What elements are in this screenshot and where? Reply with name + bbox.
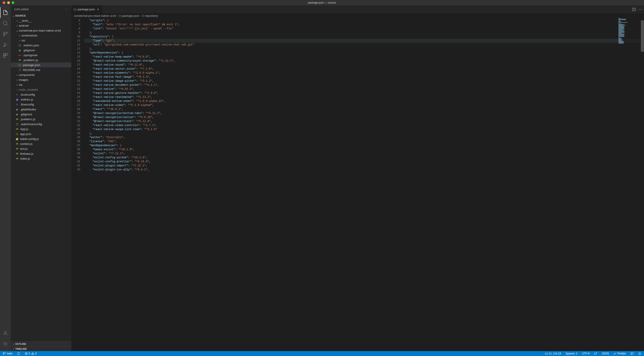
activity-accounts[interactable] (0, 328, 11, 339)
code-line[interactable]: }, (84, 31, 644, 35)
code-editor[interactable]: 6789101112131415161718192021222324252627… (71, 18, 644, 351)
code-content[interactable]: "scripts": { "test": "echo \"Error: no t… (84, 18, 644, 351)
code-line[interactable]: "eslint-config-prettier": "^6.15.0", (84, 160, 644, 164)
file-item[interactable]: ⓘREADME.md (11, 67, 71, 72)
code-line[interactable]: "react-native-image-picker": "^3.1.1", (84, 79, 644, 83)
file-item[interactable]: { }.watchmanconfig (11, 122, 71, 127)
activity-extensions[interactable] (0, 50, 11, 61)
split-editor-icon[interactable] (632, 7, 636, 11)
file-item[interactable]: JSfirebase.js (11, 151, 71, 156)
activity-explorer[interactable] (0, 7, 11, 18)
code-line[interactable]: "@react-navigation/native": "^5.8.10", (84, 115, 644, 119)
activity-settings[interactable] (0, 339, 11, 349)
code-line[interactable]: "@react-native-community/async-storage":… (84, 59, 644, 63)
file-item[interactable]: ≡.flowconfig (11, 102, 71, 107)
tab-close-icon[interactable]: × (96, 7, 100, 11)
status-cursor[interactable]: Ln 11, Col 19 (544, 352, 562, 355)
file-item[interactable]: ◉.eslintrc.js (11, 97, 71, 102)
status-bell[interactable] (637, 352, 642, 355)
code-line[interactable]: "react-native-video": "^5.1.0-alpha8", (84, 103, 644, 107)
code-line[interactable]: "url": "git+github.com:cometchat-pro/rea… (84, 43, 644, 47)
status-branch[interactable]: main (2, 352, 14, 355)
tab-active[interactable]: { } package.json × (71, 5, 102, 13)
file-item[interactable]: ◆.gitignore (11, 48, 71, 53)
sidebar-more-icon[interactable]: ⋯ (65, 8, 68, 11)
folder-item[interactable]: ›src (11, 38, 71, 43)
code-line[interactable]: "react-native-document-picker": "^4.1.1"… (84, 83, 644, 87)
activity-search[interactable] (0, 18, 11, 29)
code-line[interactable]: "@react-navigation/stack": "^5.12.8", (84, 119, 644, 123)
code-line[interactable]: "devDependencies": { (84, 144, 644, 148)
outline-section[interactable]: › OUTLINE (11, 341, 71, 346)
breadcrumb-item[interactable]: cometchat-pro-react-native-ui-kit (74, 14, 116, 17)
code-line[interactable]: "react-native-keep-awake": "^4.0.0", (84, 55, 644, 59)
sidebar-root-folder[interactable]: ⌄ SOURCE (11, 13, 71, 18)
status-language[interactable]: JSON (601, 352, 610, 355)
code-line[interactable]: "react-native-elements": "^3.0.0-alpha.1… (84, 71, 644, 75)
code-line[interactable]: "react-native-fast-image": "^8.3.4", (84, 75, 644, 79)
file-item[interactable]: JSindex.js (11, 156, 71, 161)
status-problems[interactable]: 0 0 (24, 352, 38, 355)
code-line[interactable]: "scripts": { (84, 18, 644, 23)
code-line[interactable]: "@react-navigation/bottom-tabs": "^5.11.… (84, 111, 644, 115)
folder-item[interactable]: ›screenshots (11, 33, 71, 38)
folder-item[interactable]: ›android (11, 23, 71, 28)
scrollbar-thumb[interactable] (641, 20, 644, 52)
file-item[interactable]: ◆.gitignore (11, 112, 71, 117)
file-item[interactable]: { }app.json (11, 131, 71, 136)
code-line[interactable]: "peerDependencies": { (84, 51, 644, 55)
file-item[interactable]: JS.prettierrc.js (11, 117, 71, 122)
status-prettier[interactable]: Prettier (612, 352, 627, 355)
status-indent[interactable]: Spaces: 2 (564, 352, 578, 355)
status-feedback[interactable] (630, 352, 634, 355)
folder-item[interactable]: ›images (11, 77, 71, 82)
status-eol[interactable]: LF (593, 352, 598, 355)
code-line[interactable]: "react-native-vector-icons": "^7.1.0", (84, 67, 644, 71)
code-line[interactable]: "author": "Inscripts", (84, 136, 644, 140)
window-minimize[interactable] (7, 1, 10, 4)
file-item[interactable]: { }.eslintrc.json (11, 43, 71, 48)
code-line[interactable]: "eslint-plugin-jsx-a11y": "^6.4.1", (84, 168, 644, 172)
code-line[interactable]: "babel-eslint": "^10.1.0", (84, 148, 644, 152)
timeline-section[interactable]: › TIMELINE (11, 346, 71, 351)
code-line[interactable]: "react-native-reanimated": "^1.13.2", (84, 95, 644, 99)
file-item[interactable]: JScontext.js (11, 141, 71, 146)
code-line[interactable]: "react-native-sound": "^0.11.0", (84, 63, 644, 67)
activity-source-control[interactable] (0, 29, 11, 39)
code-line[interactable]: "test": "echo \"Error: no test specified… (84, 23, 644, 27)
scrollbar-track[interactable] (641, 18, 644, 351)
code-line[interactable]: "eslint": "^7.12.1", (84, 152, 644, 156)
file-item[interactable]: ≡.buckconfig (11, 92, 71, 97)
window-maximize[interactable] (12, 1, 14, 4)
code-line[interactable]: "eslint-config-airbnb": "^18.2.0", (84, 156, 644, 160)
status-sync[interactable] (16, 352, 21, 355)
code-line[interactable]: }, (84, 131, 644, 136)
file-item[interactable]: JS.prettierrc.js (11, 57, 71, 62)
file-item[interactable]: JSenv.js (11, 146, 71, 151)
code-line[interactable]: "react-native-swipe-list-view": "^3.2.8" (84, 127, 644, 131)
code-line[interactable]: }, (84, 47, 644, 51)
folder-item[interactable]: ›ios (11, 82, 71, 87)
breadcrumb-item[interactable]: package.json (122, 14, 139, 17)
folder-item[interactable]: ›__tests__ (11, 18, 71, 23)
code-line[interactable]: "type": "git", (84, 39, 644, 43)
code-line[interactable]: "react-native": "^0.63.3", (84, 87, 644, 91)
file-tree[interactable]: ›__tests__›android⌄cometchat-pro-react-n… (11, 18, 71, 341)
folder-item[interactable]: ›components (11, 72, 71, 77)
window-close[interactable] (3, 1, 6, 4)
code-line[interactable]: "repository": { (84, 35, 644, 39)
code-line[interactable]: "react": "^16.0.1", (84, 107, 644, 111)
code-line[interactable]: "reanimated-bottom-sheet": "^1.0.0-alpha… (84, 99, 644, 103)
file-item[interactable]: ▣babel.config.js (11, 136, 71, 141)
file-item[interactable]: npm.npmignore (11, 53, 71, 57)
breadcrumbs[interactable]: cometchat-pro-react-native-ui-kit › { } … (71, 13, 644, 18)
file-item[interactable]: { }package.json (11, 62, 71, 67)
file-item[interactable]: ◆.gitattributes (11, 107, 71, 112)
minimap[interactable]: ████████████████████████████████████████… (618, 18, 641, 351)
code-line[interactable]: "lint": "eslint 'src/**/*.{js,jsx}' --qu… (84, 27, 644, 31)
more-actions-icon[interactable]: ⋯ (639, 7, 642, 11)
folder-item[interactable]: ⌄cometchat-pro-react-native-ui-kit (11, 28, 71, 33)
code-line[interactable]: "license": "ISC", (84, 140, 644, 144)
folder-item[interactable]: ›node_modules (11, 87, 71, 92)
breadcrumb-item[interactable]: repository (145, 14, 158, 17)
